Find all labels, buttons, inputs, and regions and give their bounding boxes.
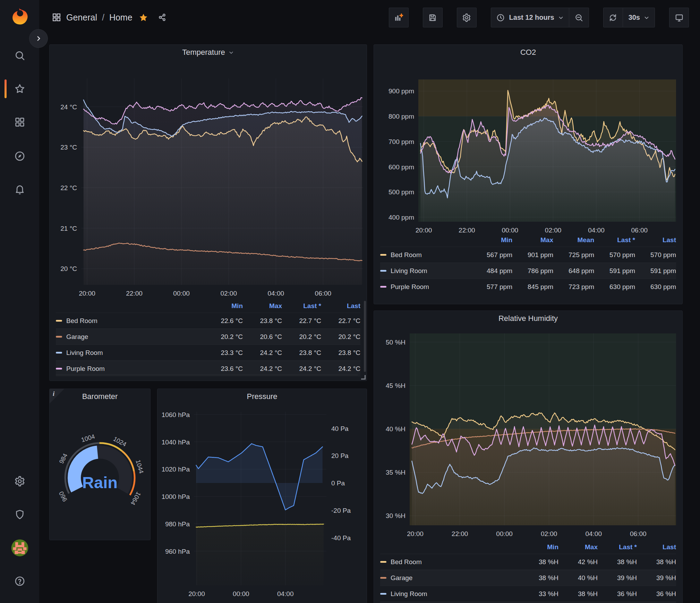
- legend-scrollbar[interactable]: [364, 301, 366, 372]
- svg-text:0 Pa: 0 Pa: [331, 479, 345, 487]
- legend-series-toggle[interactable]: Bed Room: [380, 251, 471, 259]
- legend-series-toggle[interactable]: Garage: [56, 333, 204, 341]
- info-icon[interactable]: i: [53, 390, 54, 398]
- grafana-logo-icon[interactable]: [8, 7, 30, 28]
- breadcrumb-section[interactable]: General: [66, 12, 97, 23]
- legend-row-purple-room: Purple Room23.6 °C24.2 °C24.2 °C24.2 °C: [56, 360, 360, 376]
- share-icon[interactable]: [158, 13, 167, 22]
- panel-title[interactable]: Barometer: [82, 392, 118, 401]
- panel-co2: CO2 900 ppm800 ppm700 ppm600 ppm500 ppm4…: [374, 44, 683, 304]
- legend-series-toggle[interactable]: Garage: [380, 574, 519, 582]
- humidity-chart[interactable]: 50 %H45 %H40 %H35 %H30 %H20:0022:0000:00…: [374, 326, 682, 541]
- navbar: General / Home Last 12 hours: [39, 0, 700, 35]
- panel-co2-header[interactable]: CO2: [374, 45, 682, 60]
- panel-title[interactable]: Temperature: [182, 48, 225, 57]
- legend-column-header[interactable]: Max: [512, 236, 553, 244]
- svg-text:600 ppm: 600 ppm: [389, 163, 414, 171]
- legend-column-header[interactable]: Last *: [594, 236, 635, 244]
- refresh-button[interactable]: [603, 8, 623, 27]
- legend-series-toggle[interactable]: Purple Room: [380, 283, 471, 291]
- tv-mode-button[interactable]: [669, 8, 689, 27]
- dashboard-grid-icon: [52, 12, 61, 22]
- temperature-chart[interactable]: 24 °C23 °C22 °C21 °C20 °C20:0022:0000:00…: [50, 60, 367, 299]
- svg-text:22:00: 22:00: [459, 227, 475, 233]
- legend-value: 23.8 °C: [321, 349, 360, 357]
- legend-series-toggle[interactable]: Bed Room: [380, 558, 519, 566]
- panel-pressure-header[interactable]: Pressure: [157, 389, 367, 404]
- panel-resize-handle[interactable]: [361, 375, 366, 380]
- sidebar-item-alerting[interactable]: [0, 176, 39, 202]
- sidebar-item-dashboards[interactable]: [0, 109, 39, 135]
- legend-value: 901 ppm: [512, 251, 553, 259]
- sidebar-item-configuration[interactable]: [0, 468, 39, 494]
- series-name: Bed Room: [391, 558, 422, 566]
- legend-column-header[interactable]: Last *: [598, 543, 637, 551]
- svg-text:960: 960: [58, 490, 68, 503]
- legend-value: 24.2 °C: [243, 349, 282, 357]
- legend-column-header[interactable]: Last: [635, 236, 676, 244]
- sidebar-expand-button[interactable]: [29, 29, 48, 48]
- legend-value: 38 %H: [558, 590, 598, 598]
- clock-icon: [496, 13, 505, 22]
- series-color-swatch: [56, 320, 62, 322]
- panel-info-corner[interactable]: [50, 389, 64, 404]
- panel-title[interactable]: Pressure: [247, 392, 277, 401]
- legend-value: 725 ppm: [553, 251, 594, 259]
- legend-column-header[interactable]: Last *: [282, 302, 321, 310]
- legend-column-header[interactable]: Mean: [553, 236, 594, 244]
- legend-value: 20.2 °C: [321, 333, 360, 341]
- time-range-picker[interactable]: Last 12 hours: [491, 8, 569, 27]
- legend-value: 20.2 °C: [282, 333, 321, 341]
- legend-series-toggle[interactable]: Living Room: [380, 267, 471, 275]
- panel-temperature-header[interactable]: Temperature: [50, 45, 367, 60]
- dashboard-settings-button[interactable]: [457, 8, 477, 27]
- legend-column-header[interactable]: Max: [558, 543, 598, 551]
- svg-text:06:00: 06:00: [630, 530, 647, 537]
- svg-text:02:00: 02:00: [545, 227, 562, 233]
- legend-series-toggle[interactable]: Living Room: [56, 349, 204, 357]
- legend-series-toggle[interactable]: Bed Room: [56, 317, 204, 325]
- breadcrumb-page[interactable]: Home: [109, 12, 133, 23]
- favorite-star-icon[interactable]: [139, 13, 148, 22]
- panel-title[interactable]: CO2: [520, 48, 536, 57]
- svg-text:400 ppm: 400 ppm: [389, 214, 414, 221]
- svg-text:02:00: 02:00: [220, 290, 237, 297]
- star-icon: [14, 83, 25, 94]
- breadcrumb-separator: /: [102, 12, 104, 23]
- sidebar-item-explore[interactable]: [0, 143, 39, 169]
- sidebar-item-help[interactable]: [0, 568, 39, 594]
- legend-column-header[interactable]: Min: [519, 543, 558, 551]
- legend-column-header[interactable]: Last: [637, 543, 676, 551]
- zoom-out-button[interactable]: [569, 8, 589, 27]
- legend-series-toggle[interactable]: Living Room: [380, 590, 519, 598]
- legend-series-toggle[interactable]: Purple Room: [56, 365, 204, 373]
- shield-icon: [14, 509, 25, 520]
- sidebar-item-server-admin[interactable]: [0, 502, 39, 527]
- legend-column-header[interactable]: Min: [471, 236, 512, 244]
- save-dashboard-button[interactable]: [423, 8, 443, 27]
- co2-chart[interactable]: 900 ppm800 ppm700 ppm600 ppm500 ppm400 p…: [374, 60, 682, 233]
- legend-value: 24.2 °C: [243, 365, 282, 373]
- svg-text:04:00: 04:00: [585, 530, 602, 537]
- legend-value: 591 ppm: [594, 267, 635, 275]
- sidebar-item-starred[interactable]: [0, 76, 39, 102]
- sidebar-item-user-profile[interactable]: [0, 535, 39, 561]
- panel-title[interactable]: Relative Humidity: [498, 314, 558, 323]
- legend-column-header[interactable]: Last: [321, 302, 360, 310]
- refresh-interval-picker[interactable]: 30s: [623, 8, 655, 27]
- gear-icon: [462, 13, 471, 22]
- svg-text:22:00: 22:00: [452, 530, 468, 537]
- add-panel-button[interactable]: [389, 8, 409, 27]
- svg-text:00:00: 00:00: [496, 530, 513, 537]
- panel-temperature: Temperature 24 °C23 °C22 °C21 °C20 °C20:…: [49, 44, 367, 381]
- legend-column-header[interactable]: Min: [204, 302, 243, 310]
- legend-column-header[interactable]: Max: [243, 302, 282, 310]
- panel-humidity-header[interactable]: Relative Humidity: [374, 311, 682, 326]
- legend-value: 40 %H: [558, 574, 598, 582]
- legend-value: 39 %H: [598, 574, 637, 582]
- svg-text:-20 Pa: -20 Pa: [331, 507, 351, 514]
- svg-text:1044: 1044: [135, 459, 145, 474]
- panel-barometer-header[interactable]: Barometer: [50, 389, 150, 404]
- pressure-chart[interactable]: 1060 hPa1040 hPa1020 hPa1000 hPa980 hPa9…: [157, 404, 367, 602]
- series-color-swatch: [56, 352, 62, 354]
